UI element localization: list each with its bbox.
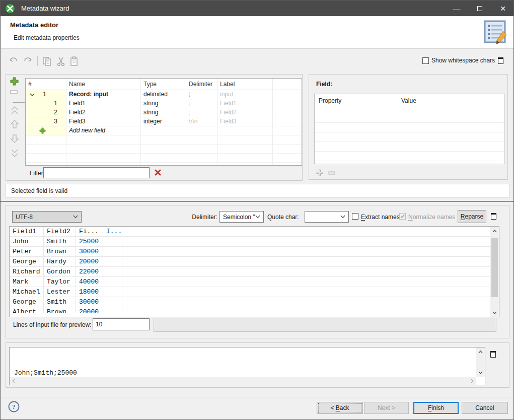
remove-property-icon[interactable] bbox=[328, 171, 336, 175]
move-down-icon[interactable] bbox=[10, 133, 21, 145]
preview-row[interactable]: PeterBrown30000 bbox=[10, 247, 491, 257]
rail-separator bbox=[13, 102, 25, 103]
expand-all-icon[interactable] bbox=[10, 148, 21, 159]
metadata-editor-icon bbox=[483, 20, 508, 45]
field-row[interactable]: 2 Field2 string ; Field2 bbox=[26, 108, 302, 117]
scroll-down-icon[interactable] bbox=[476, 368, 485, 377]
cut-icon[interactable] bbox=[56, 56, 66, 66]
data-preview-table[interactable]: Field1Field2 Fi...I... JohnSmith25000 Pe… bbox=[9, 226, 499, 317]
collapse-all-icon[interactable] bbox=[10, 106, 21, 117]
raw-horizontal-scrollbar[interactable] bbox=[10, 377, 476, 385]
undo-icon[interactable] bbox=[9, 56, 19, 66]
clover-app-icon bbox=[5, 4, 15, 14]
clear-filter-icon[interactable] bbox=[154, 169, 162, 176]
copy-icon[interactable] bbox=[42, 56, 52, 66]
scroll-up-icon[interactable] bbox=[476, 347, 485, 356]
field-row[interactable]: 3 Field3 integer \r\n Field3 bbox=[26, 117, 302, 126]
empty-row bbox=[26, 154, 302, 163]
encoding-select[interactable]: UTF-8 bbox=[12, 211, 82, 223]
record-row[interactable]: 1 Record: input delimited ; input bbox=[26, 90, 302, 99]
show-whitespace-label: Show whitespace chars bbox=[431, 57, 495, 64]
extract-names-label: Extract names bbox=[361, 214, 400, 221]
help-icon[interactable]: ? bbox=[8, 401, 20, 412]
delimiter-select[interactable]: Semicolon ";" bbox=[219, 211, 264, 223]
checkbox-box[interactable] bbox=[422, 57, 429, 64]
fields-table[interactable]: # Name Type Delimiter Label 1 Record: in… bbox=[25, 78, 302, 166]
scroll-right-icon[interactable] bbox=[468, 377, 476, 385]
add-field-icon[interactable] bbox=[10, 77, 21, 88]
quote-char-select[interactable] bbox=[305, 211, 349, 223]
add-property-icon[interactable] bbox=[316, 169, 323, 176]
normalize-names-label: Normalize names bbox=[408, 214, 455, 221]
preview-row[interactable]: JohnSmith25000 bbox=[10, 237, 491, 247]
maximize-section-icon[interactable] bbox=[491, 213, 496, 220]
page-title: Metadata editor bbox=[10, 21, 58, 29]
chevron-down-icon bbox=[73, 215, 78, 219]
status-message: Selected field is valid bbox=[11, 187, 67, 194]
fields-table-header: # Name Type Delimiter Label bbox=[26, 79, 302, 90]
empty-row bbox=[26, 135, 302, 145]
preview-row[interactable]: MarkTaylor40000 bbox=[10, 277, 491, 287]
preview-header: Field1Field2 Fi...I... bbox=[10, 227, 491, 237]
title-bar: Metadata wizard — × bbox=[1, 1, 514, 16]
lines-preview-input[interactable] bbox=[93, 318, 150, 330]
minimize-button[interactable]: — bbox=[445, 1, 468, 16]
raw-preview-textarea[interactable]: John;Smith;25000 Peter;Brown;30000 Georg… bbox=[9, 347, 485, 385]
move-up-icon[interactable] bbox=[10, 119, 21, 130]
filter-label: Filter: bbox=[30, 170, 45, 177]
section-sash[interactable] bbox=[1, 201, 514, 202]
next-button: Next > bbox=[364, 402, 409, 414]
raw-preview-group: John;Smith;25000 Peter;Brown;30000 Georg… bbox=[6, 342, 509, 388]
svg-text:?: ? bbox=[12, 403, 16, 410]
redo-icon[interactable] bbox=[23, 56, 33, 66]
reparse-button[interactable]: Reparse bbox=[458, 210, 486, 223]
finish-button[interactable]: Finish bbox=[413, 402, 459, 414]
preview-row[interactable]: AlbertBrown20000 bbox=[10, 307, 491, 313]
scrollbar-thumb[interactable] bbox=[491, 238, 498, 297]
show-whitespace-checkbox[interactable]: Show whitespace chars bbox=[422, 57, 495, 64]
field-properties-group: Field: Property Value bbox=[309, 74, 508, 180]
maximize-section-icon[interactable] bbox=[498, 57, 503, 64]
filter-input[interactable] bbox=[43, 167, 150, 178]
preview-row[interactable]: MichaelLester18000 bbox=[10, 287, 491, 297]
empty-property-row bbox=[315, 113, 504, 123]
collapse-chevron-icon[interactable] bbox=[30, 93, 35, 97]
button-bar: ? < Back Next > Finish Cancel bbox=[1, 397, 514, 420]
fields-group: # Name Type Delimiter Label 1 Record: in… bbox=[6, 74, 303, 181]
raw-vertical-scrollbar[interactable] bbox=[476, 347, 485, 377]
empty-property-row bbox=[315, 132, 504, 142]
extract-names-checkbox[interactable] bbox=[352, 213, 358, 220]
maximize-button[interactable] bbox=[468, 1, 491, 16]
editor-toolbar: Show whitespace chars bbox=[1, 54, 514, 69]
metadata-wizard-window: Metadata wizard — × Metadata editor Edit… bbox=[0, 0, 514, 420]
validation-status-bar: Selected field is valid bbox=[6, 184, 509, 198]
back-button[interactable]: < Back bbox=[317, 402, 363, 414]
add-new-field-row[interactable]: Add new field bbox=[26, 126, 302, 135]
scroll-left-icon[interactable] bbox=[10, 377, 18, 385]
maximize-section-icon[interactable] bbox=[490, 351, 496, 358]
property-table[interactable]: Property Value bbox=[314, 94, 504, 164]
parser-group: UTF-8 Delimiter: Semicolon ";" Quote cha… bbox=[6, 205, 509, 338]
lines-preview-label: Lines of input file for preview: bbox=[13, 321, 91, 328]
property-table-header: Property Value bbox=[315, 94, 504, 113]
field-panel-title: Field: bbox=[316, 81, 332, 88]
close-button[interactable]: × bbox=[491, 1, 514, 16]
normalize-names-checkbox bbox=[399, 213, 406, 220]
quote-char-label: Quote char: bbox=[267, 214, 299, 221]
preview-row[interactable]: GeorgeSmith30000 bbox=[10, 297, 491, 307]
preview-vertical-scrollbar[interactable] bbox=[490, 227, 499, 317]
field-row[interactable]: 1 Field1 string ; Field1 bbox=[26, 99, 302, 108]
chevron-down-icon bbox=[255, 215, 260, 219]
preview-row[interactable]: GeorgeHardy20000 bbox=[10, 257, 491, 267]
remove-field-icon[interactable] bbox=[10, 90, 21, 101]
window-title: Metadata wizard bbox=[21, 5, 69, 12]
preview-row[interactable]: RichardGordon22000 bbox=[10, 267, 491, 277]
empty-property-row bbox=[315, 152, 504, 161]
empty-property-row bbox=[315, 142, 504, 152]
cancel-button[interactable]: Cancel bbox=[462, 402, 508, 414]
scroll-up-icon[interactable] bbox=[490, 227, 499, 235]
paste-icon[interactable] bbox=[69, 56, 79, 66]
page-subtitle: Edit metadata properties bbox=[14, 34, 80, 41]
add-row-plus-icon[interactable] bbox=[39, 127, 46, 134]
scroll-down-icon[interactable] bbox=[490, 308, 499, 317]
